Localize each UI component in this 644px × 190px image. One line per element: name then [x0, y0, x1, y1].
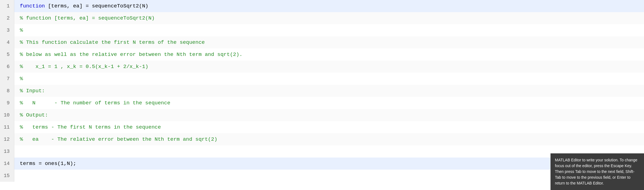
line-content[interactable]: %: [14, 24, 23, 36]
code-line: 13: [0, 145, 644, 158]
code-line: 9% N - The number of terms in the sequen…: [0, 97, 644, 109]
code-line: 5% below as well as the relative error b…: [0, 48, 644, 61]
line-number: 2: [0, 12, 14, 24]
line-content[interactable]: function [terms, ea] = sequenceToSqrt2(N…: [14, 0, 148, 12]
code-line: 3%: [0, 24, 644, 36]
line-content[interactable]: [14, 145, 20, 158]
code-line: 12% ea - The relative error between the …: [0, 133, 644, 145]
line-content[interactable]: % Input:: [14, 85, 45, 97]
code-line: 15: [0, 170, 644, 182]
line-content[interactable]: % Output:: [14, 109, 48, 121]
line-number: 8: [0, 85, 14, 97]
line-number: 10: [0, 109, 14, 121]
line-content[interactable]: % terms - The first N terms in the seque…: [14, 121, 161, 133]
code-line: 10% Output:: [0, 109, 644, 121]
line-content[interactable]: % x_1 = 1 , x_k = 0.5(x_k-1 + 2/x_k-1): [14, 61, 148, 73]
line-number: 6: [0, 61, 14, 73]
line-content[interactable]: % function [terms, ea] = sequenceToSqrt2…: [14, 12, 155, 24]
line-number: 9: [0, 97, 14, 109]
line-content[interactable]: % below as well as the relative error be…: [14, 48, 243, 61]
line-number: 14: [0, 158, 14, 170]
tooltip-box: MATLAB Editor to write your solution. To…: [551, 153, 644, 190]
code-line: 6% x_1 = 1 , x_k = 0.5(x_k-1 + 2/x_k-1): [0, 61, 644, 73]
line-number: 11: [0, 121, 14, 133]
line-number: 13: [0, 145, 14, 158]
code-line: 7%: [0, 73, 644, 85]
line-content[interactable]: [14, 170, 20, 182]
code-line: 2% function [terms, ea] = sequenceToSqrt…: [0, 12, 644, 24]
code-line: 11% terms - The first N terms in the seq…: [0, 121, 644, 133]
line-content[interactable]: terms = ones(1,N);: [14, 158, 76, 170]
line-number: 5: [0, 48, 14, 61]
line-content[interactable]: % ea - The relative error between the Nt…: [14, 133, 217, 145]
line-number: 4: [0, 36, 14, 48]
line-number: 15: [0, 170, 14, 182]
tooltip-text: MATLAB Editor to write your solution. To…: [555, 158, 637, 185]
line-number: 3: [0, 24, 14, 36]
line-number: 7: [0, 73, 14, 85]
code-area[interactable]: 1function [terms, ea] = sequenceToSqrt2(…: [0, 0, 644, 190]
line-number: 12: [0, 133, 14, 145]
code-line: 14terms = ones(1,N);: [0, 158, 644, 170]
code-line: 1function [terms, ea] = sequenceToSqrt2(…: [0, 0, 644, 12]
editor-container: 1function [terms, ea] = sequenceToSqrt2(…: [0, 0, 644, 190]
line-number: 1: [0, 0, 14, 12]
code-line: 8% Input:: [0, 85, 644, 97]
line-content[interactable]: % This function calculate the first N te…: [14, 36, 205, 48]
code-line: 4% This function calculate the first N t…: [0, 36, 644, 48]
line-content[interactable]: %: [14, 73, 23, 85]
line-content[interactable]: % N - The number of terms in the sequenc…: [14, 97, 170, 109]
